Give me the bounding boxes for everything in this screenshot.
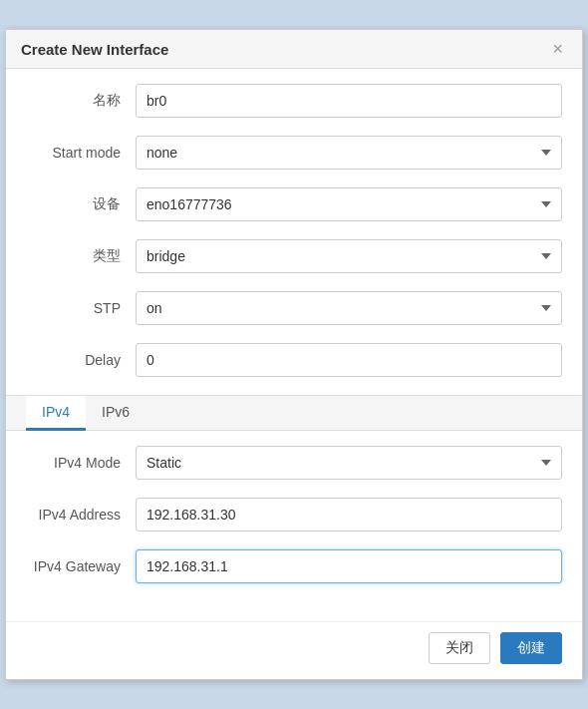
stp-select[interactable]: on off (136, 291, 562, 325)
ipv4-mode-row: IPv4 Mode Static DHCP Disabled (26, 446, 562, 480)
device-label: 设备 (26, 195, 136, 213)
modal-header: Create New Interface × (6, 30, 582, 69)
type-row: 类型 bridge bond vlan (26, 239, 562, 273)
tabs-bar: IPv4 IPv6 (6, 395, 582, 431)
tab-ipv6[interactable]: IPv6 (86, 396, 146, 431)
close-button[interactable]: 关闭 (429, 632, 490, 664)
start-mode-select[interactable]: none auto hotplug (136, 136, 562, 170)
modal-footer: 关闭 创建 (6, 621, 582, 679)
ipv4-gateway-input[interactable] (136, 549, 562, 583)
ipv4-mode-select[interactable]: Static DHCP Disabled (136, 446, 562, 480)
ipv4-gateway-label: IPv4 Gateway (26, 558, 136, 574)
create-interface-modal: Create New Interface × 名称 Start mode non… (5, 29, 583, 680)
stp-row: STP on off (26, 291, 562, 325)
device-row: 设备 eno16777736 eth0 eth1 (26, 187, 562, 221)
name-label: 名称 (26, 92, 136, 110)
ipv4-address-row: IPv4 Address (26, 498, 562, 532)
ipv4-address-input[interactable] (136, 498, 562, 532)
modal-body: 名称 Start mode none auto hotplug 设备 eno16… (6, 69, 582, 621)
ipv4-tab-content: IPv4 Mode Static DHCP Disabled IPv4 Addr… (26, 431, 562, 611)
ipv4-mode-label: IPv4 Mode (26, 455, 136, 471)
create-button[interactable]: 创建 (500, 632, 562, 664)
stp-label: STP (26, 300, 136, 316)
delay-input[interactable] (136, 343, 562, 377)
device-select[interactable]: eno16777736 eth0 eth1 (136, 187, 562, 221)
delay-label: Delay (26, 352, 136, 368)
name-input[interactable] (136, 84, 562, 118)
name-row: 名称 (26, 84, 562, 118)
start-mode-row: Start mode none auto hotplug (26, 136, 562, 170)
type-label: 类型 (26, 247, 136, 265)
delay-row: Delay (26, 343, 562, 377)
type-select[interactable]: bridge bond vlan (136, 239, 562, 273)
ipv4-gateway-row: IPv4 Gateway (26, 549, 562, 583)
close-icon-button[interactable]: × (548, 40, 567, 58)
modal-title: Create New Interface (21, 41, 168, 58)
tab-ipv4[interactable]: IPv4 (26, 396, 86, 431)
start-mode-label: Start mode (26, 145, 136, 161)
ipv4-address-label: IPv4 Address (26, 507, 136, 523)
